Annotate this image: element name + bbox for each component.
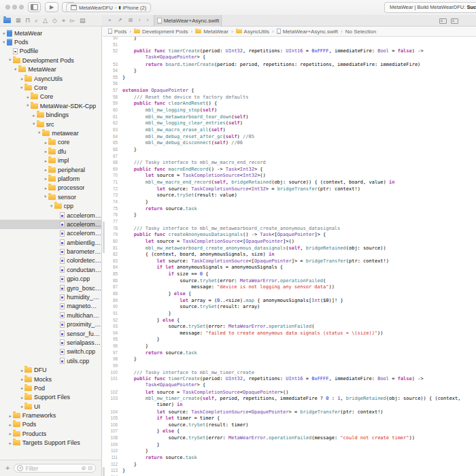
issue-navigator-icon[interactable]: △ (43, 18, 48, 24)
tree-item-podfile[interactable]: Podfile (0, 47, 101, 56)
tree-item-accelerometer[interactable]: accelerometer... (0, 229, 101, 238)
tree-item-bindings[interactable]: ▸bindings (0, 111, 101, 120)
tree-item-ui[interactable]: ▸UI (0, 402, 101, 411)
zoom-window-button[interactable] (19, 5, 24, 10)
disclosure-arrow[interactable]: ▸ (14, 67, 18, 72)
tree-item-sensor-fusion[interactable]: sensor_fusion.... (0, 329, 101, 338)
source-control-navigator-icon[interactable]: ⊠ (16, 18, 21, 24)
disclosure-arrow[interactable]: ▸ (26, 95, 31, 99)
minimize-window-button[interactable] (12, 5, 17, 10)
tree-item-metawear-sdk-cpp[interactable]: ▸MetaWear-SDK-Cpp (0, 101, 101, 110)
project-navigator-icon[interactable] (3, 18, 11, 23)
tree-item-core[interactable]: ▸Core (0, 83, 101, 92)
tree-item-serialpassthro[interactable]: serialpassthro... (0, 338, 101, 347)
tree-item-core[interactable]: ▸Core (0, 92, 101, 101)
tree-item-targets-support-files[interactable]: ▸Targets Support Files (0, 439, 101, 447)
disclosure-arrow[interactable]: ▸ (20, 86, 24, 90)
tree-item-gpio-cpp[interactable]: gpio.cpp (0, 275, 101, 284)
tree-item-cpp[interactable]: ▸cpp (0, 201, 101, 210)
breadcrumb-item[interactable]: MetaWear (195, 29, 228, 35)
report-navigator-icon[interactable]: ▤ (80, 18, 86, 24)
tree-item-utils-cpp[interactable]: utils.cpp (0, 356, 101, 365)
breadcrumb-item[interactable]: Pods (108, 29, 126, 35)
disclosure-arrow[interactable]: ▸ (37, 131, 42, 135)
add-button[interactable]: + (5, 464, 10, 472)
disclosure-arrow[interactable]: ▸ (44, 140, 48, 145)
forward-icon[interactable]: › (147, 18, 149, 23)
tree-item-accelerometer[interactable]: accelerometer... (0, 220, 101, 228)
disclosure-arrow[interactable]: ▸ (32, 113, 37, 118)
disclosure-arrow[interactable]: ▸ (20, 395, 24, 400)
debug-navigator-icon[interactable]: ⌖ (62, 18, 65, 24)
recent-filter-icon[interactable]: ⊘ (82, 466, 86, 471)
disclosure-arrow[interactable]: ▸ (20, 386, 24, 390)
tree-item-frameworks[interactable]: ▸Frameworks (0, 411, 101, 420)
disclosure-arrow[interactable]: ▸ (20, 377, 24, 381)
tree-item-metawear[interactable]: ▸MetaWear (0, 29, 101, 37)
disclosure-arrow[interactable]: ▸ (8, 422, 13, 427)
tree-item-peripheral[interactable]: ▸peripheral (0, 165, 101, 174)
breadcrumb-item[interactable]: AsyncUtils (236, 29, 269, 35)
assistant-editor-icon[interactable] (451, 18, 458, 24)
tree-item-pods[interactable]: ▸Pods (0, 420, 101, 429)
disclosure-arrow[interactable]: ▸ (44, 158, 48, 163)
scheme-selector[interactable]: MetaWearDFU › ▮ iPhone (2) (66, 3, 151, 12)
tree-item-pods[interactable]: ▸Pods (0, 37, 101, 46)
tree-item-sensor[interactable]: ▸sensor (0, 192, 101, 201)
code-editor[interactable]: 50 }5152 public func timerCreate(period:… (103, 35, 476, 476)
disclosure-arrow[interactable]: ▸ (8, 58, 13, 63)
tree-item-src[interactable]: ▸src (0, 120, 101, 129)
tree-item-magnetometer[interactable]: magnetometer... (0, 302, 101, 311)
related-items-icon[interactable]: ⊞ (128, 18, 133, 23)
tree-item-colordetector[interactable]: colordetector_... (0, 256, 101, 265)
tree-item-conductance-c[interactable]: conductance.c... (0, 265, 101, 274)
tree-item-metawear[interactable]: ▸metawear (0, 129, 101, 137)
tree-item-platform[interactable]: ▸platform (0, 174, 101, 183)
tree-item-switch-cpp[interactable]: switch.cpp (0, 347, 101, 356)
disclosure-arrow[interactable]: ▸ (32, 122, 37, 126)
standard-editor-icon[interactable] (439, 18, 447, 24)
test-navigator-icon[interactable]: ◇ (52, 18, 57, 24)
tree-item-core[interactable]: ▸core (0, 138, 101, 147)
disclosure-arrow[interactable]: ▸ (8, 441, 13, 445)
disclosure-arrow[interactable]: ▸ (8, 431, 13, 436)
disclosure-arrow[interactable]: ▸ (20, 76, 24, 81)
back-icon[interactable]: ‹ (139, 18, 141, 23)
tree-item-impl[interactable]: ▸impl (0, 156, 101, 165)
breadcrumb-item[interactable]: Development Pods (134, 29, 188, 35)
disclosure-arrow[interactable]: ▸ (2, 40, 7, 45)
tree-item-ambientlight-lt[interactable]: ambientlight_lt... (0, 238, 101, 247)
tree-item-pod[interactable]: ▸Pod (0, 384, 101, 392)
disclosure-arrow[interactable]: ▸ (44, 167, 48, 172)
disclosure-arrow[interactable]: ▸ (20, 404, 24, 409)
tree-item-products[interactable]: ▸Products (0, 429, 101, 438)
disclosure-arrow[interactable]: ▸ (44, 149, 48, 154)
tree-item-accelerometer[interactable]: accelerometer.... (0, 211, 101, 220)
run-button[interactable]: ▶ (45, 2, 58, 12)
tree-item-barometer-bos[interactable]: barometer_bos... (0, 247, 101, 256)
tree-item-dfu[interactable]: ▸DFU (0, 365, 101, 374)
disclosure-arrow[interactable]: ▸ (20, 368, 24, 373)
tree-item-asyncutils[interactable]: ▸AsyncUtils (0, 74, 101, 83)
panel-toggle-button[interactable] (28, 2, 41, 12)
flag-filter-icon[interactable]: ⊡ (88, 466, 92, 471)
tree-item-mocks[interactable]: ▸Mocks (0, 375, 101, 384)
expand-icon[interactable]: ↗ (118, 18, 122, 23)
tree-item-development-pods[interactable]: ▸Development Pods (0, 56, 101, 65)
filter-field[interactable]: ▾ Filter ⊘ ⊡ (14, 464, 96, 473)
breadcrumb-item[interactable]: No Selection (345, 29, 376, 35)
find-navigator-icon[interactable]: ⌕ (35, 18, 38, 24)
tree-item-multichannelte[interactable]: multichannelte... (0, 311, 101, 320)
tree-item-gyro-bosch-cpp[interactable]: gyro_bosch.cpp (0, 284, 101, 292)
tree-item-dfu[interactable]: ▸dfu (0, 147, 101, 156)
disclosure-arrow[interactable]: ▸ (44, 194, 48, 199)
tree-item-proximity-tsl2[interactable]: proximity_tsl2... (0, 320, 101, 329)
disclosure-arrow[interactable]: ▸ (2, 31, 7, 35)
close-window-button[interactable] (5, 5, 10, 10)
tree-item-support-files[interactable]: ▸Support Files (0, 393, 101, 402)
tree-item-humidity-bme[interactable]: humidity_bme... (0, 292, 101, 301)
tree-item-metawear[interactable]: ▸MetaWear (0, 65, 101, 74)
tree-item-processor[interactable]: ▸processor (0, 184, 101, 192)
breakpoint-navigator-icon[interactable]: ▻ (70, 18, 75, 24)
disclosure-arrow[interactable]: ▸ (50, 204, 54, 209)
